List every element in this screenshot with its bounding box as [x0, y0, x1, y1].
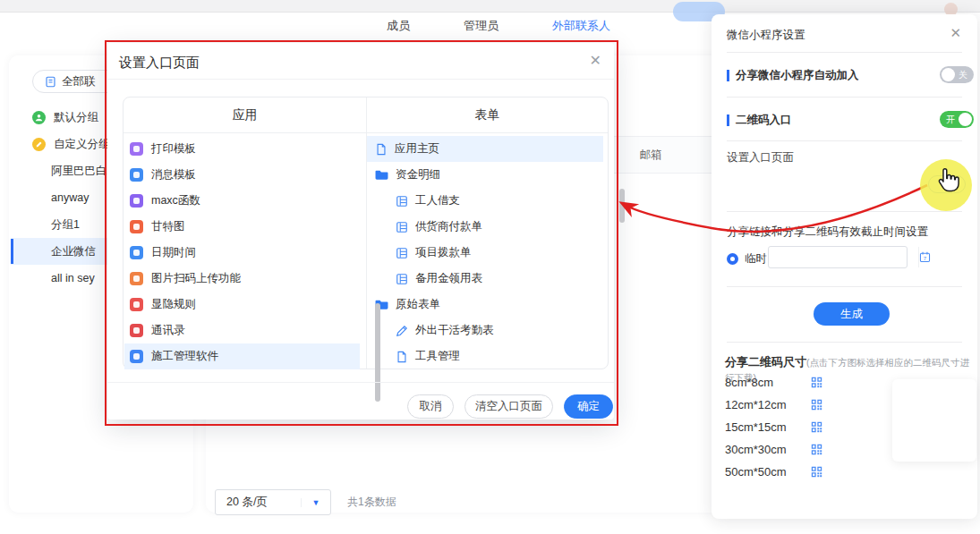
app-icon [130, 168, 143, 182]
app-icon [130, 220, 143, 233]
tab[interactable]: 成员 [387, 18, 410, 34]
form-list-scrollbar[interactable] [619, 189, 625, 223]
app-list-item[interactable]: maxc函数 [124, 188, 360, 214]
group-label: all in sey [51, 272, 95, 284]
qr-code-icon[interactable] [811, 377, 822, 388]
form-list-item[interactable]: 原始表单 [367, 292, 603, 318]
total-count-label: 共1条数据 [347, 495, 396, 510]
form-list-item[interactable]: 工具管理 [367, 343, 603, 369]
form-label: 资金明细 [396, 167, 440, 182]
tab[interactable]: 外部联系人 [552, 18, 610, 34]
app-label: 消息模板 [151, 167, 196, 182]
contacts-icon [45, 76, 56, 88]
modal-close-icon[interactable]: ✕ [590, 54, 601, 68]
qr-entry-toggle[interactable]: 开 [940, 111, 974, 128]
form-label: 备用金领用表 [415, 271, 482, 286]
document-icon [375, 143, 388, 156]
entry-page-label: 设置入口页面 [727, 150, 794, 165]
generate-button[interactable]: 生成 [814, 302, 890, 326]
form-list-item[interactable]: 资金明细 [367, 162, 603, 188]
confirm-button[interactable]: 确定 [564, 394, 613, 419]
form-list-item[interactable]: 工人借支 [367, 188, 603, 214]
page-size-select[interactable]: 20 条/页 ▼ [215, 489, 331, 515]
form-list-item[interactable]: 项目拨款单 [367, 240, 603, 266]
qr-entry-row: 二维码入口 [727, 113, 792, 128]
toggle-state-label: 关 [959, 69, 967, 81]
qr-preview-box [892, 379, 976, 462]
form-label: 供货商付款单 [415, 219, 482, 234]
app-list-item[interactable]: 日期时间 [124, 240, 360, 266]
tab[interactable]: 管理员 [464, 18, 499, 34]
form-list-item[interactable]: 供货商付款单 [367, 214, 603, 240]
expiry-title: 分享链接和分享二维码有效截止时间设置 [727, 225, 928, 240]
qr-code-icon[interactable] [811, 421, 822, 433]
group-label: 分组1 [51, 217, 80, 233]
group-label: 自定义分组 [54, 137, 110, 152]
page-size-value: 20 条/页 [216, 495, 301, 510]
miniprogram-settings-panel: 微信小程序设置 ✕ 分享微信小程序自动加入 关 二维码入口 开 设置入口页面 关… [712, 14, 977, 519]
divider [727, 211, 962, 212]
qr-size-row: 30cm*30cm [725, 438, 841, 461]
app-list-item[interactable]: 甘特图 [124, 214, 360, 240]
app-list: 打印模板 消息模板 maxc函数 甘特图 [124, 136, 360, 369]
email-column-header: 邮箱 [626, 148, 675, 163]
pagination: 20 条/页 ▼ 共1条数据 [215, 489, 396, 515]
form-label: 应用主页 [395, 141, 439, 157]
app-list-item[interactable]: 显隐规则 [124, 292, 360, 318]
app-list-item[interactable]: 图片扫码上传功能 [124, 266, 360, 292]
app-list-item[interactable]: 施工管理软件 [124, 343, 360, 369]
temp-radio-row: 临时 [727, 251, 767, 267]
cancel-button[interactable]: 取消 [407, 394, 454, 419]
qr-code-icon[interactable] [811, 444, 822, 455]
qr-code-icon[interactable] [811, 466, 822, 478]
share-auto-join-label: 分享微信小程序自动加入 [736, 68, 859, 83]
form-list-item[interactable]: 外出干活考勤表 [367, 318, 603, 343]
app-label: 显隐规则 [151, 297, 196, 312]
entry-page-modal: 设置入口页面 ✕ 应用 表单 打印模板 消息模板 [107, 43, 614, 420]
form-list-item[interactable]: 备用金领用表 [367, 266, 603, 292]
divider [107, 79, 614, 80]
date-input-group: 7 [768, 246, 908, 268]
form-label: 原始表单 [396, 297, 440, 312]
chevron-down-icon: ▼ [301, 498, 330, 507]
temp-radio[interactable] [727, 253, 738, 265]
app-icon [130, 194, 143, 208]
tab-label: 成员 [387, 19, 410, 32]
qr-size-label: 15cm*15cm [725, 420, 811, 434]
document-icon [396, 351, 408, 363]
clear-entry-page-button[interactable]: 清空入口页面 [464, 394, 553, 419]
qr-size-row: 15cm*15cm [725, 416, 841, 438]
form-label: 外出干活考勤表 [415, 323, 494, 338]
app-label: 甘特图 [151, 219, 185, 234]
modal-title: 设置入口页面 [119, 55, 200, 72]
toggle-state-label: 关 [950, 179, 959, 191]
accent-bar [727, 114, 729, 126]
pen-icon [396, 325, 408, 337]
calendar-icon[interactable]: 7 [918, 247, 931, 267]
toggle-knob [959, 113, 972, 126]
divider [727, 52, 962, 53]
default-group-icon [32, 111, 46, 124]
group-label: 默认分组 [54, 110, 98, 125]
entry-page-toggle[interactable]: 关 [928, 175, 966, 193]
expiry-date-input[interactable] [769, 247, 918, 267]
custom-group-icon [32, 138, 46, 151]
app-list-item[interactable]: 消息模板 [124, 162, 360, 188]
app-icon [130, 298, 143, 311]
app-label: 图片扫码上传功能 [151, 271, 241, 286]
qr-size-title-strong: 分享二维码尺寸 [725, 355, 806, 369]
form-list-item[interactable]: 应用主页 [367, 136, 603, 162]
group-label: anyway [51, 191, 89, 204]
panel-close-icon[interactable]: ✕ [950, 26, 961, 39]
divider [727, 286, 962, 287]
app-icon [130, 324, 143, 337]
qr-size-row: 50cm*50cm [725, 461, 841, 483]
qr-code-icon[interactable] [811, 399, 822, 411]
app-list-item[interactable]: 通讯录 [124, 318, 360, 343]
form-label: 工具管理 [415, 349, 460, 364]
share-auto-join-toggle[interactable]: 关 [940, 66, 974, 83]
app-list-item[interactable]: 打印模板 [124, 136, 360, 162]
qr-size-label: 30cm*30cm [725, 443, 811, 456]
app-list-scrollbar[interactable] [375, 303, 380, 402]
browser-topbar [0, 0, 980, 13]
